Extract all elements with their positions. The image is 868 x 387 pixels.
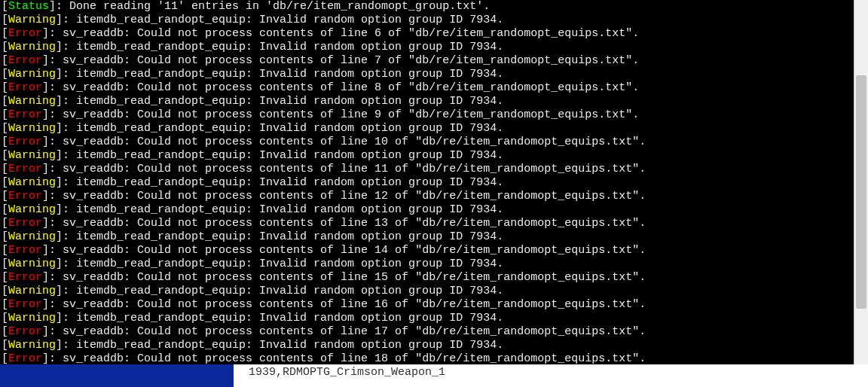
scrollbar-vertical[interactable]	[854, 0, 868, 364]
terminal-output: [Status]: Done reading '11' entries in '…	[0, 0, 854, 364]
taskbar-block	[0, 364, 234, 387]
scrollbar-thumb[interactable]	[856, 75, 866, 309]
editor-excerpt: 1939,RDMOPTG_Crimson_Weapon_1	[249, 366, 445, 379]
